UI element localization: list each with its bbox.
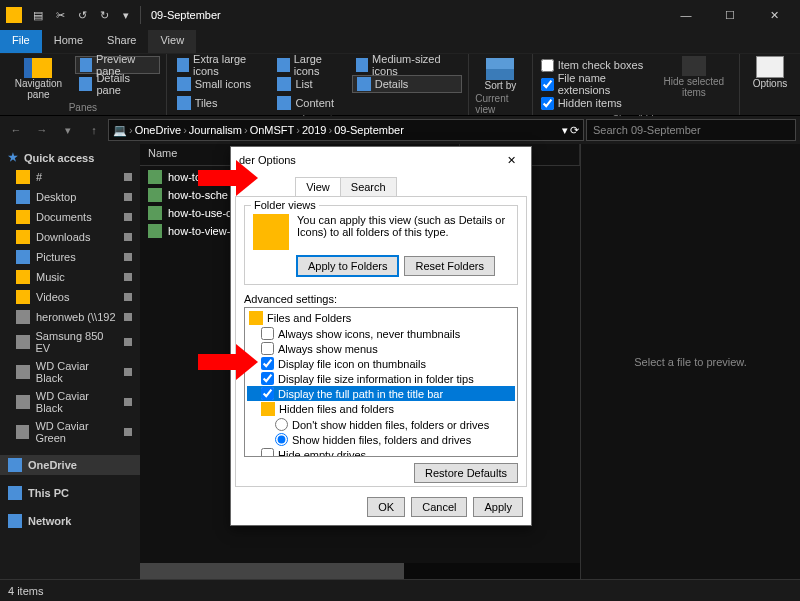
breadcrumb[interactable]: 💻› OneDrive› Journalism› OnMSFT› 2019› 0… <box>108 119 584 141</box>
apply-button[interactable]: Apply <box>473 497 523 517</box>
tree-hidden-folder: Hidden files and folders <box>247 401 515 417</box>
folder-views-text: You can apply this view (such as Details… <box>297 214 509 250</box>
sidebar-network[interactable]: Network <box>0 511 140 531</box>
group-panes-label: Panes <box>69 100 97 115</box>
nav-sidebar: ★Quick access # Desktop Documents Downlo… <box>0 144 140 579</box>
sidebar-item-desktop[interactable]: Desktop <box>0 187 140 207</box>
hide-selected-button: Hide selected items <box>655 56 733 98</box>
reset-folders-button[interactable]: Reset Folders <box>404 256 494 276</box>
sidebar-item-music[interactable]: Music <box>0 267 140 287</box>
recent-button[interactable]: ▾ <box>56 118 80 142</box>
forward-button[interactable]: → <box>30 118 54 142</box>
apply-to-folders-button[interactable]: Apply to Folders <box>297 256 398 276</box>
ribbon: Navigation pane Preview pane Details pan… <box>0 54 800 116</box>
dialog-tab-view[interactable]: View <box>295 177 341 196</box>
cancel-button[interactable]: Cancel <box>411 497 467 517</box>
opt-fullpath-titlebar[interactable]: Display the full path in the title bar <box>247 386 515 401</box>
opt-filesize[interactable]: Display file size information in folder … <box>247 371 515 386</box>
layout-tiles[interactable]: Tiles <box>173 94 270 112</box>
layout-details[interactable]: Details <box>352 75 462 93</box>
layout-content[interactable]: Content <box>273 94 347 112</box>
options-button[interactable]: Options <box>746 56 794 89</box>
opt-dont-show-hidden[interactable]: Don't show hidden files, folders or driv… <box>247 417 515 432</box>
tab-file[interactable]: File <box>0 30 42 53</box>
search-input[interactable]: Search 09-September <box>586 119 796 141</box>
dialog-titlebar[interactable]: der Options ✕ <box>231 147 531 173</box>
up-button[interactable]: ↑ <box>82 118 106 142</box>
preview-pane: Select a file to preview. <box>580 144 800 579</box>
breadcrumb-seg: 2019› <box>302 124 332 136</box>
breadcrumb-seg: OneDrive› <box>135 124 187 136</box>
layout-extra-large[interactable]: Extra large icons <box>173 56 270 74</box>
annotation-arrow-1 <box>198 160 262 196</box>
qat-redo-icon[interactable]: ↻ <box>94 6 114 24</box>
sidebar-item-netloc[interactable]: heronweb (\\192 <box>0 307 140 327</box>
folder-icon <box>6 7 22 23</box>
maximize-button[interactable]: ☐ <box>708 0 752 30</box>
details-pane-button[interactable]: Details pane <box>75 75 160 93</box>
opt-thumbnails[interactable]: Always show icons, never thumbnails <box>247 326 515 341</box>
qat-newfolder-icon[interactable]: ✂ <box>50 6 70 24</box>
advanced-settings-tree[interactable]: Files and Folders Always show icons, nev… <box>244 307 518 457</box>
opt-fileicon[interactable]: Display file icon on thumbnails <box>247 356 515 371</box>
opt-menus[interactable]: Always show menus <box>247 341 515 356</box>
dropdown-icon[interactable]: ▾ <box>562 124 568 137</box>
folder-views-icon <box>253 214 289 250</box>
breadcrumb-seg: OnMSFT› <box>250 124 300 136</box>
sidebar-thispc[interactable]: This PC <box>0 483 140 503</box>
sidebar-item-drive[interactable]: WD Caviar Black <box>0 357 140 387</box>
ok-button[interactable]: OK <box>367 497 405 517</box>
status-item-count: 4 items <box>8 585 43 597</box>
layout-medium[interactable]: Medium-sized icons <box>352 56 462 74</box>
annotation-arrow-2 <box>198 344 262 380</box>
close-button[interactable]: ✕ <box>752 0 796 30</box>
address-bar: ← → ▾ ↑ 💻› OneDrive› Journalism› OnMSFT›… <box>0 116 800 144</box>
dialog-close-button[interactable]: ✕ <box>499 150 523 170</box>
sidebar-item[interactable]: # <box>0 167 140 187</box>
qat-undo-icon[interactable]: ↺ <box>72 6 92 24</box>
folder-options-dialog: der Options ✕ General View Search Folder… <box>230 146 532 526</box>
file-name-extensions-toggle[interactable]: File name extensions <box>539 75 651 93</box>
sidebar-item-drive[interactable]: WD Caviar Green <box>0 417 140 447</box>
tab-home[interactable]: Home <box>42 30 95 53</box>
horizontal-scrollbar[interactable] <box>140 563 580 579</box>
opt-hide-empty-drives[interactable]: Hide empty drives <box>247 447 515 457</box>
preview-placeholder: Select a file to preview. <box>634 356 747 368</box>
tab-share[interactable]: Share <box>95 30 148 53</box>
breadcrumb-seg: Journalism› <box>189 124 248 136</box>
dialog-tab-search[interactable]: Search <box>340 177 397 196</box>
breadcrumb-seg: 09-September <box>334 124 404 136</box>
back-button[interactable]: ← <box>4 118 28 142</box>
tree-folder: Files and Folders <box>247 310 515 326</box>
qat-properties-icon[interactable]: ▤ <box>28 6 48 24</box>
sidebar-item-drive[interactable]: WD Caviar Black <box>0 387 140 417</box>
opt-show-hidden[interactable]: Show hidden files, folders and drives <box>247 432 515 447</box>
quick-access[interactable]: ★Quick access <box>0 148 140 167</box>
minimize-button[interactable]: — <box>664 0 708 30</box>
group-curview-label: Current view <box>475 91 525 117</box>
sort-by-button[interactable]: Sort by <box>480 56 520 91</box>
ribbon-tabs: File Home Share View <box>0 30 800 54</box>
advanced-settings-label: Advanced settings: <box>244 293 518 305</box>
sidebar-item-drive[interactable]: Samsung 850 EV <box>0 327 140 357</box>
hidden-items-toggle[interactable]: Hidden items <box>539 94 651 112</box>
pc-icon: 💻 <box>113 124 127 137</box>
sidebar-item-videos[interactable]: Videos <box>0 287 140 307</box>
titlebar: ▤ ✂ ↺ ↻ ▾ 09-September — ☐ ✕ <box>0 0 800 30</box>
qat-customize-icon[interactable]: ▾ <box>116 6 136 24</box>
window-title: 09-September <box>151 9 221 21</box>
tab-view[interactable]: View <box>148 30 196 53</box>
layout-list[interactable]: List <box>273 75 347 93</box>
restore-defaults-button[interactable]: Restore Defaults <box>414 463 518 483</box>
sidebar-onedrive[interactable]: OneDrive <box>0 455 140 475</box>
status-bar: 4 items <box>0 579 800 601</box>
sidebar-item-downloads[interactable]: Downloads <box>0 227 140 247</box>
refresh-icon[interactable]: ⟳ <box>570 124 579 137</box>
layout-small[interactable]: Small icons <box>173 75 270 93</box>
navigation-pane-button[interactable]: Navigation pane <box>6 56 71 100</box>
layout-large[interactable]: Large icons <box>273 56 347 74</box>
folder-views-group: Folder views You can apply this view (su… <box>244 205 518 285</box>
sidebar-item-pictures[interactable]: Pictures <box>0 247 140 267</box>
sidebar-item-documents[interactable]: Documents <box>0 207 140 227</box>
